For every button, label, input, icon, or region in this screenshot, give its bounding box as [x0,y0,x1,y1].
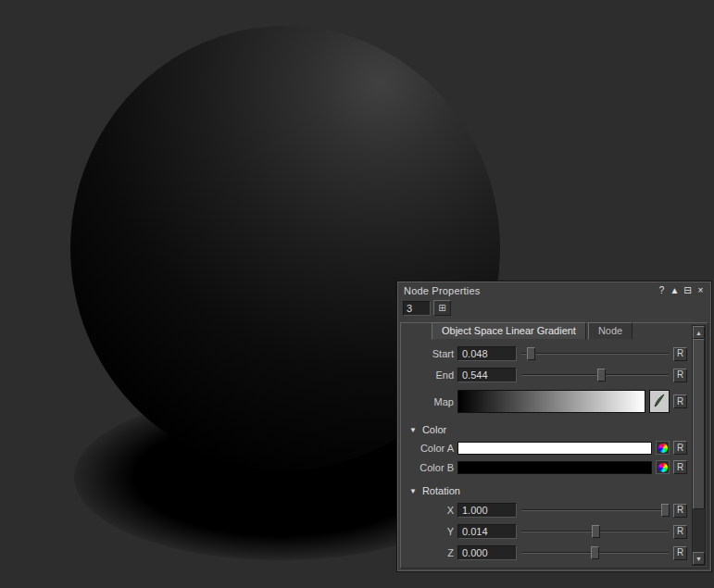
rotation-z-reset-button[interactable]: R [673,546,687,560]
start-reset-button[interactable]: R [673,347,687,361]
tab-bar: Object Space Linear Gradient Node [432,322,687,340]
color-section-label: Color [422,424,446,435]
color-wheel-icon [658,463,668,472]
slider-track [521,374,669,376]
end-slider-handle[interactable] [597,369,606,382]
end-label: End [407,369,454,381]
scrollbar-thumb[interactable] [693,339,705,509]
tab-object-space-linear-gradient[interactable]: Object Space Linear Gradient [432,322,586,340]
rotation-y-row: Y R [407,524,687,539]
color-a-swatch[interactable] [457,442,652,455]
slider-track [521,509,669,511]
properties-content: Object Space Linear Gradient Node Start … [400,322,708,569]
gradient-edit-button[interactable] [649,390,670,413]
scroll-down-button[interactable]: ▼ [693,552,705,565]
scroll-up-button[interactable]: ▲ [693,326,705,339]
color-b-label: Color B [407,462,454,473]
minimize-icon[interactable]: ⊟ [682,284,694,296]
start-slider[interactable] [520,346,670,361]
end-row: End R [407,368,687,382]
color-a-picker-button[interactable] [656,441,670,455]
start-row: Start R [407,346,687,361]
end-slider[interactable] [520,368,670,382]
panel-scrollbar[interactable]: ▲ ▼ [692,325,706,566]
rotation-y-slider-handle[interactable] [592,525,600,538]
rollup-icon[interactable]: ▲ [669,284,681,296]
scrollbar-track[interactable] [693,339,705,552]
end-reset-button[interactable]: R [673,369,687,382]
panel-title: Node Properties [404,285,656,296]
color-b-row: Color B R [407,460,687,474]
titlebar-icons: ? ▲ ⊟ × [656,284,707,296]
map-reset-button[interactable]: R [673,394,687,408]
start-value-input[interactable] [457,346,517,361]
gradient-edit-icon [653,393,666,411]
end-value-input[interactable] [457,368,517,382]
color-wheel-icon [658,444,668,453]
gradient-map-strip[interactable] [457,390,645,413]
rotation-y-input[interactable] [457,524,517,539]
map-label: Map [407,396,454,407]
collapse-arrow-icon: ▼ [409,487,417,495]
start-slider-handle[interactable] [527,347,535,360]
rotation-y-slider[interactable] [520,524,670,539]
color-b-picker-button[interactable] [656,460,670,474]
rotation-z-row: Z R [407,545,687,560]
rotation-x-slider-handle[interactable] [661,504,670,517]
node-selector-row: ⊞ [397,297,711,319]
help-icon[interactable]: ? [656,284,668,296]
color-a-row: Color A R [407,441,687,455]
rotation-z-slider[interactable] [520,545,670,560]
rotation-z-input[interactable] [457,545,517,560]
rotation-section-header[interactable]: ▼ Rotation [409,485,687,496]
rotation-y-label: Y [407,526,454,537]
rotation-x-row: X R [407,503,687,518]
collapse-arrow-icon: ▼ [409,426,417,434]
color-b-reset-button[interactable]: R [673,460,687,474]
node-index-input[interactable] [403,301,431,316]
start-label: Start [407,348,454,359]
node-properties-panel: Node Properties ? ▲ ⊟ × ⊞ Object Space L… [396,281,712,572]
arrow-up-icon: ▲ [695,330,702,336]
rotation-x-slider[interactable] [520,503,670,518]
color-a-label: Color A [407,443,454,454]
color-a-reset-button[interactable]: R [673,441,687,455]
close-icon[interactable]: × [695,284,707,296]
rotation-x-input[interactable] [457,503,517,518]
rotation-z-label: Z [407,547,454,558]
slider-track [521,353,669,355]
tab-node[interactable]: Node [588,322,633,340]
rotation-y-reset-button[interactable]: R [673,525,687,539]
map-row: Map R [407,390,687,413]
rotation-section-label: Rotation [422,485,460,496]
color-b-swatch[interactable] [457,461,652,474]
panel-titlebar[interactable]: Node Properties ? ▲ ⊟ × [397,281,711,297]
grid-icon: ⊞ [438,303,445,313]
node-picker-button[interactable]: ⊞ [433,300,451,316]
arrow-down-icon: ▼ [695,556,702,562]
rotation-z-slider-handle[interactable] [591,546,599,559]
color-section-header[interactable]: ▼ Color [409,424,687,435]
rotation-x-label: X [407,505,454,516]
rotation-x-reset-button[interactable]: R [673,504,687,518]
